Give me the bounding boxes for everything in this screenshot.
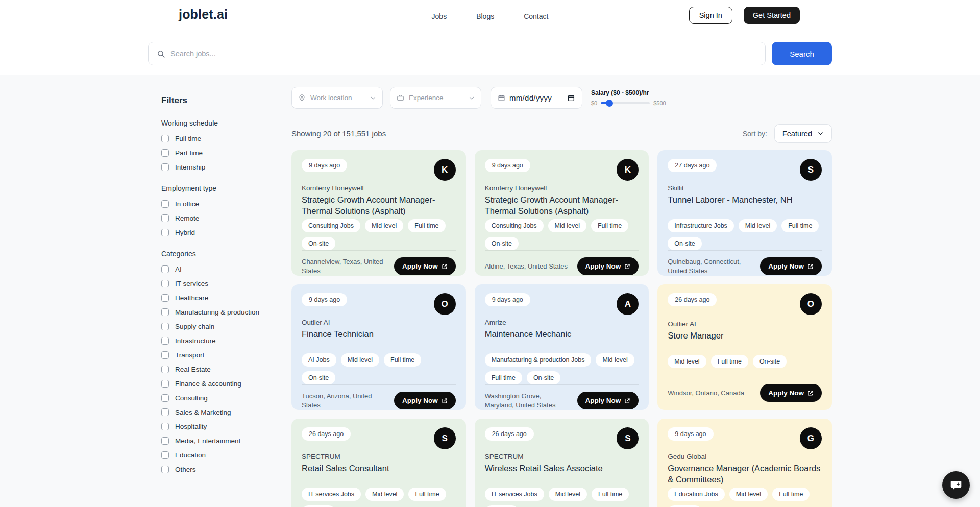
filter-checkbox[interactable] <box>161 265 169 273</box>
job-title: Strategic Growth Account Manager-Thermal… <box>302 195 456 218</box>
company-name: Gedu Global <box>668 453 822 461</box>
job-tag: Mid level <box>341 353 379 367</box>
date-value: mm/dd/yyyy <box>509 93 563 102</box>
external-link-icon <box>442 263 448 270</box>
filter-option-label: Remote <box>175 214 199 222</box>
job-title: Wireless Retail Sales Associate <box>485 463 639 487</box>
filter-checkbox[interactable] <box>161 380 169 388</box>
filter-option: Transport <box>161 351 278 359</box>
apply-now-button[interactable]: Apply Now <box>577 392 639 409</box>
filter-option-label: Healthcare <box>175 294 208 302</box>
filter-option: Supply chain <box>161 323 278 330</box>
filter-checkbox[interactable] <box>161 149 169 157</box>
apply-now-button[interactable]: Apply Now <box>760 384 822 402</box>
company-name: SPECTRUM <box>302 453 456 461</box>
job-card: 9 days ago O Outlier AI Finance Technici… <box>291 284 466 410</box>
nav-link[interactable]: Jobs <box>432 12 447 20</box>
filter-option: Remote <box>161 214 278 222</box>
filters-sidebar: Filters Working schedule Full time Part … <box>0 75 278 507</box>
location-pin-icon <box>298 94 306 102</box>
company-name: SPECTRUM <box>485 453 639 461</box>
filter-checkbox[interactable] <box>161 408 169 416</box>
app-logo[interactable]: joblet.ai <box>179 7 228 22</box>
posted-badge: 9 days ago <box>302 293 347 306</box>
chevron-down-icon <box>817 130 824 137</box>
job-tags: Consulting JobsMid levelFull timeOn-site <box>485 219 639 250</box>
sort-select[interactable]: Featured <box>774 124 832 143</box>
filter-checkbox[interactable] <box>161 308 169 316</box>
job-title: Finance Technician <box>302 329 456 352</box>
apply-now-button[interactable]: Apply Now <box>394 257 456 275</box>
job-location: Aldine, Texas, United States <box>485 262 568 271</box>
job-card: 9 days ago G Gedu Global Governance Mana… <box>657 419 832 507</box>
salary-max-label: $500 <box>653 100 666 106</box>
apply-now-label: Apply Now <box>585 397 621 404</box>
filter-option: Full time <box>161 135 278 142</box>
filter-group: Employment type In office Remote Hybrid <box>161 184 278 236</box>
filter-option: Education <box>161 451 278 459</box>
get-started-button[interactable]: Get Started <box>744 7 800 24</box>
filter-option: Media, Entertainment <box>161 437 278 445</box>
filter-option-label: Internship <box>175 163 205 171</box>
external-link-icon <box>442 398 448 404</box>
filter-checkbox[interactable] <box>161 294 169 302</box>
work-location-select[interactable]: Work location <box>291 87 383 109</box>
filter-checkbox[interactable] <box>161 214 169 222</box>
search-button[interactable]: Search <box>772 42 832 65</box>
salary-slider[interactable] <box>601 102 650 104</box>
posted-badge: 9 days ago <box>302 159 347 172</box>
filter-option: Finance & accounting <box>161 380 278 388</box>
date-input[interactable]: mm/dd/yyyy <box>491 87 582 109</box>
experience-select[interactable]: Experience <box>390 87 481 109</box>
job-card: 26 days ago S SPECTRUM Wireless Retail S… <box>475 419 649 507</box>
job-tag: Manufacturing & production Jobs <box>485 353 592 367</box>
filter-option: Healthcare <box>161 294 278 302</box>
job-tag: Education Jobs <box>668 488 724 501</box>
filter-option-label: AI <box>175 265 182 273</box>
apply-now-button[interactable]: Apply Now <box>577 257 639 275</box>
filter-checkbox[interactable] <box>161 451 169 459</box>
nav-link[interactable]: Contact <box>524 12 548 20</box>
filter-checkbox[interactable] <box>161 163 169 171</box>
filter-checkbox[interactable] <box>161 135 169 142</box>
job-tag: Mid level <box>739 219 777 232</box>
job-location: Washington Grove, Maryland, United State… <box>485 392 572 409</box>
job-tags: Education JobsMid levelFull timeOn-site <box>668 488 822 507</box>
nav-link[interactable]: Blogs <box>476 12 494 20</box>
search-input[interactable] <box>170 50 757 58</box>
filter-option: In office <box>161 200 278 208</box>
content-area: Filters Working schedule Full time Part … <box>0 75 980 507</box>
job-title: Governance Manager (Academic Boards & Co… <box>668 463 822 487</box>
filter-group: Categories AI IT services Healthcare Man… <box>161 250 278 473</box>
filter-checkbox[interactable] <box>161 394 169 402</box>
filter-checkbox[interactable] <box>161 200 169 208</box>
filter-option-label: Hospitality <box>175 423 207 430</box>
filter-group: Working schedule Full time Part time Int… <box>161 119 278 171</box>
filter-option-label: Full time <box>175 135 201 142</box>
filter-checkbox[interactable] <box>161 366 169 373</box>
calendar-picker-icon[interactable] <box>567 94 575 102</box>
filter-checkbox[interactable] <box>161 466 169 473</box>
filter-option-label: In office <box>175 200 199 208</box>
filter-checkbox[interactable] <box>161 351 169 359</box>
posted-badge: 9 days ago <box>668 427 713 441</box>
filter-checkbox[interactable] <box>161 437 169 445</box>
chat-widget-button[interactable] <box>942 471 970 499</box>
filter-checkbox[interactable] <box>161 280 169 287</box>
experience-value: Experience <box>409 94 464 102</box>
external-link-icon <box>807 390 814 396</box>
apply-now-button[interactable]: Apply Now <box>760 257 822 275</box>
filter-option: Others <box>161 466 278 473</box>
filter-checkbox[interactable] <box>161 337 169 345</box>
filter-option: Hospitality <box>161 423 278 430</box>
salary-slider-thumb[interactable] <box>606 100 613 107</box>
apply-now-button[interactable]: Apply Now <box>394 392 456 409</box>
job-tag: Infrastructure Jobs <box>668 219 734 232</box>
filter-checkbox[interactable] <box>161 423 169 430</box>
job-location: Quinebaug, Connecticut, United States <box>668 257 755 275</box>
filter-checkbox[interactable] <box>161 323 169 330</box>
filter-checkbox[interactable] <box>161 229 169 236</box>
sign-in-button[interactable]: Sign In <box>689 7 732 24</box>
filter-option-label: Finance & accounting <box>175 380 241 388</box>
sort-value: Featured <box>782 130 812 138</box>
